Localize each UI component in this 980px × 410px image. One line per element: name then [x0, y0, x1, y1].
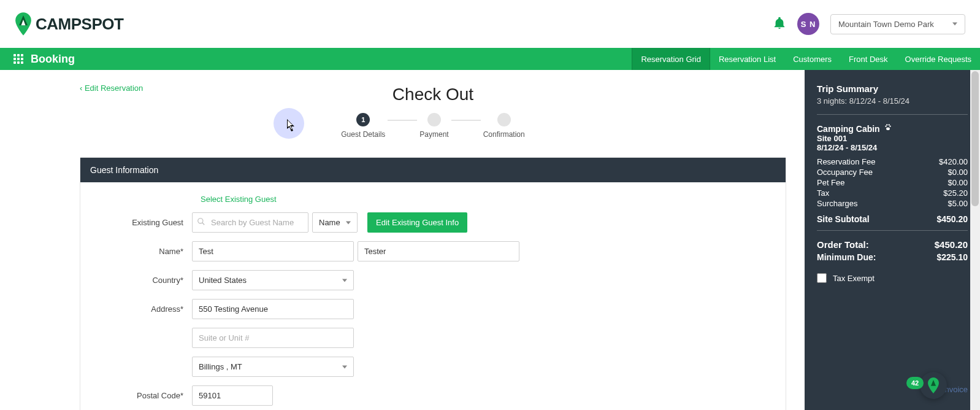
site-subtotal-row: Site Subtotal$450.20 [817, 214, 968, 224]
brand-text: CAMPSPOT [36, 15, 123, 34]
scrollbar-thumb[interactable] [971, 71, 979, 206]
svg-line-1 [202, 222, 205, 225]
search-mode-select[interactable]: Name [312, 212, 358, 233]
country-label: Country* [90, 276, 192, 285]
trip-summary-sub: 3 nights: 8/12/24 - 8/15/24 [817, 96, 968, 106]
svg-point-5 [888, 124, 889, 125]
fee-row: Occupancy Fee$0.00 [817, 168, 968, 177]
fee-row: Tax$25.20 [817, 188, 968, 198]
address-label: Address* [90, 304, 192, 314]
checkout-progress: 1 Guest Details Payment Confirmation [80, 113, 786, 139]
nav-customers[interactable]: Customers [784, 48, 840, 70]
svg-point-6 [886, 127, 890, 130]
last-name-input[interactable] [358, 241, 519, 261]
svg-point-2 [885, 126, 886, 127]
address1-input[interactable] [192, 299, 354, 319]
user-avatar[interactable]: S N [797, 13, 819, 35]
tax-exempt-row: Tax Exempt [817, 273, 968, 283]
nav-section-title: Booking [31, 53, 75, 66]
tax-exempt-checkbox[interactable] [817, 273, 827, 283]
country-select[interactable]: United States [192, 270, 354, 290]
guest-info-header: Guest Information [80, 158, 786, 182]
step-3-circle[interactable] [497, 113, 511, 126]
postal-label: Postal Code* [90, 391, 192, 400]
select-existing-guest-link[interactable]: Select Existing Guest [201, 195, 776, 204]
nav-override-requests[interactable]: Override Requests [897, 48, 980, 70]
step-1-label: Guest Details [341, 130, 385, 139]
guest-info-panel: Guest Information Select Existing Guest … [80, 157, 786, 410]
svg-point-0 [198, 218, 203, 223]
step-2-circle[interactable] [427, 113, 441, 126]
step-3-label: Confirmation [483, 130, 525, 139]
site-name: Camping Cabin [817, 123, 968, 134]
nav-reservation-grid[interactable]: Reservation Grid [632, 48, 710, 70]
first-name-input[interactable] [192, 241, 354, 261]
existing-guest-label: Existing Guest [90, 218, 192, 227]
minimum-due-row: Minimum Due:$225.10 [817, 252, 968, 262]
fee-row: Pet Fee$0.00 [817, 178, 968, 187]
svg-point-4 [886, 124, 887, 125]
notifications-icon[interactable] [773, 16, 786, 32]
search-icon [197, 217, 205, 228]
order-total-row: Order Total:$450.20 [817, 239, 968, 250]
site-dates: 8/12/24 - 8/15/24 [817, 143, 968, 152]
fee-row: Reservation Fee$420.00 [817, 157, 968, 166]
scrollbar-track[interactable] [970, 70, 980, 410]
step-1-circle[interactable]: 1 [356, 113, 370, 126]
edit-existing-guest-button[interactable]: Edit Existing Guest Info [367, 212, 467, 233]
address2-input[interactable] [192, 328, 354, 348]
brand-logo[interactable]: CAMPSPOT [15, 12, 123, 36]
trip-summary-panel: Trip Summary 3 nights: 8/12/24 - 8/15/24… [805, 70, 980, 410]
guest-search-input[interactable] [192, 212, 308, 233]
main-content: ‹ Edit Reservation Check Out 1 Guest Det… [0, 70, 805, 410]
topbar-right: S N Mountain Town Demo Park [773, 13, 965, 35]
pin-icon [15, 12, 32, 36]
city-state-select[interactable]: Billings , MT [192, 357, 354, 377]
pin-icon [927, 377, 940, 393]
site-number: Site 001 [817, 134, 968, 143]
nav-reservation-list[interactable]: Reservation List [710, 48, 784, 70]
trip-summary-title: Trip Summary [817, 83, 968, 94]
postal-input[interactable] [192, 385, 273, 406]
tax-exempt-label: Tax Exempt [833, 274, 875, 283]
page-title: Check Out [80, 85, 786, 104]
help-widget-badge: 42 [906, 377, 924, 389]
edit-reservation-link[interactable]: ‹ Edit Reservation [80, 83, 143, 93]
apps-grid-icon[interactable] [13, 54, 23, 64]
nav-front-desk[interactable]: Front Desk [840, 48, 897, 70]
help-widget[interactable]: 42 [920, 372, 947, 399]
park-selector[interactable]: Mountain Town Demo Park [830, 14, 965, 34]
svg-point-3 [889, 126, 890, 127]
nav-bar: Booking Reservation Grid Reservation Lis… [0, 48, 980, 70]
paw-icon [884, 123, 892, 134]
top-bar: CAMPSPOT S N Mountain Town Demo Park [0, 0, 980, 48]
name-label: Name* [90, 247, 192, 256]
fee-row: Surcharges$5.00 [817, 199, 968, 208]
step-2-label: Payment [419, 130, 448, 139]
nav-tabs: Reservation Grid Reservation List Custom… [632, 48, 980, 70]
